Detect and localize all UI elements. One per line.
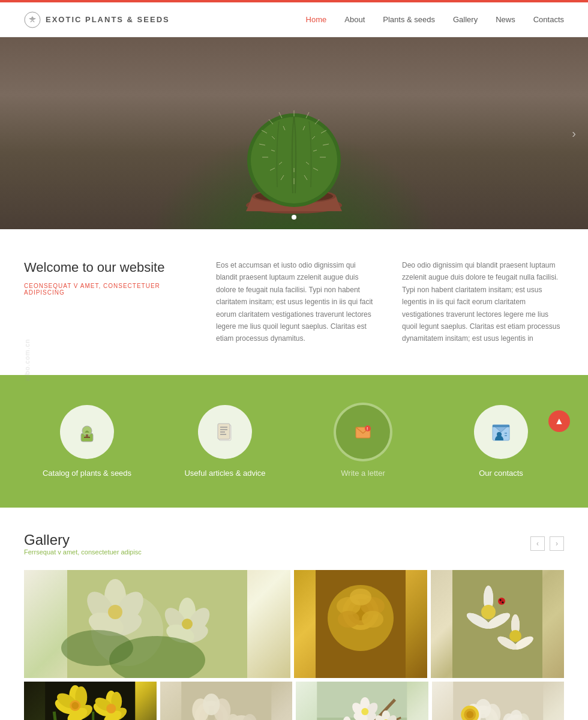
hero-next-arrow[interactable]: › xyxy=(572,127,576,140)
gallery-image-6[interactable] xyxy=(296,682,428,720)
welcome-col1: Eos et accumsan et iusto odio dignissim … xyxy=(216,259,378,345)
logo-text: EXOTIC PLANTS & SEEDS xyxy=(46,15,170,24)
gallery-heading: Gallery xyxy=(24,532,142,548)
articles-icon xyxy=(213,420,237,444)
gallery-subtitle: Ferrsequat v amet, consectetuer adipisc xyxy=(24,548,142,556)
gallery-grid-top xyxy=(24,570,564,678)
gallery-image-4[interactable] xyxy=(24,682,157,720)
feature-icon-articles xyxy=(198,405,252,459)
welcome-section: Welcome to our website CEONSEQUAT V AMET… xyxy=(0,229,588,375)
nav-home[interactable]: Home xyxy=(306,15,327,24)
gallery-arrows: ‹ › xyxy=(530,532,564,551)
welcome-text-2: Deo odio dignissim qui blandit praesent … xyxy=(402,259,564,345)
gallery-prev-arrow[interactable]: ‹ xyxy=(530,536,545,551)
svg-point-69 xyxy=(61,630,133,666)
features-grid: Catalog of plants & seeds Useful arti xyxy=(24,405,564,478)
svg-point-78 xyxy=(338,611,359,628)
svg-rect-34 xyxy=(84,437,90,438)
welcome-subtitle: CEONSEQUAT V AMET, CONSECTETUER ADIPISCI… xyxy=(24,283,192,296)
gallery-image-3[interactable] xyxy=(431,570,564,678)
svg-point-79 xyxy=(362,611,383,628)
gallery-image-5[interactable] xyxy=(160,682,293,720)
feature-label-contacts: Our contacts xyxy=(479,469,523,478)
feature-icon-contacts xyxy=(474,405,528,459)
main-nav: Home About Plants & seeds Gallery News C… xyxy=(306,15,564,24)
feature-letter[interactable]: ! Write a letter xyxy=(300,405,426,478)
svg-point-77 xyxy=(350,589,371,605)
svg-rect-40 xyxy=(218,424,230,439)
nav-gallery[interactable]: Gallery xyxy=(453,15,478,24)
svg-point-87 xyxy=(481,605,496,619)
logo[interactable]: EXOTIC PLANTS & SEEDS xyxy=(24,11,170,28)
nav-about[interactable]: About xyxy=(344,15,365,24)
gallery-next-arrow[interactable]: › xyxy=(550,536,564,551)
svg-rect-49 xyxy=(493,425,509,427)
svg-point-91 xyxy=(502,601,504,603)
welcome-text-1: Eos et accumsan et iusto odio dignissim … xyxy=(216,259,378,345)
gallery-img-svg-7 xyxy=(432,682,565,720)
gallery-image-2[interactable] xyxy=(294,570,427,678)
welcome-col2: Deo odio dignissim qui blandit praesent … xyxy=(402,259,564,345)
welcome-heading: Welcome to our website xyxy=(24,259,192,277)
svg-point-126 xyxy=(203,694,220,715)
gallery-img-svg-2 xyxy=(294,570,427,678)
feature-label-catalog: Catalog of plants & seeds xyxy=(43,469,131,478)
feature-icon-letter: ! xyxy=(336,405,390,459)
gallery-title-block: Gallery Ferrsequat v amet, consectetuer … xyxy=(24,532,142,556)
svg-text:!: ! xyxy=(367,427,368,431)
gallery-img-svg-6 xyxy=(296,682,428,720)
cactus-container xyxy=(210,67,378,223)
gallery-section: Gallery Ferrsequat v amet, consectetuer … xyxy=(0,508,588,720)
catalog-icon xyxy=(75,420,99,444)
svg-point-5 xyxy=(251,117,337,203)
logo-icon xyxy=(24,11,41,28)
hero-dots xyxy=(292,215,296,220)
gallery-img-svg-1 xyxy=(24,570,290,678)
cactus-image xyxy=(210,67,378,223)
gallery-img-svg-4 xyxy=(24,682,157,720)
feature-label-articles: Useful articles & advice xyxy=(184,469,265,478)
svg-point-118 xyxy=(106,704,116,713)
scroll-top-button[interactable]: ▲ xyxy=(548,410,570,432)
header: EXOTIC PLANTS & SEEDS Home About Plants … xyxy=(0,2,588,37)
gallery-img-svg-3 xyxy=(431,570,564,678)
hero-dot-1[interactable] xyxy=(292,215,296,220)
gallery-grid-bottom xyxy=(24,682,564,720)
feature-contacts[interactable]: Our contacts xyxy=(438,405,564,478)
gallery-image-1[interactable] xyxy=(24,570,290,678)
feature-label-letter: Write a letter xyxy=(341,469,385,478)
feature-icon-catalog xyxy=(60,405,114,459)
gallery-header: Gallery Ferrsequat v amet, consectetuer … xyxy=(24,532,564,556)
svg-point-142 xyxy=(361,708,368,715)
svg-point-98 xyxy=(509,630,521,642)
welcome-grid: Welcome to our website CEONSEQUAT V AMET… xyxy=(24,259,564,345)
letter-icon: ! xyxy=(351,420,375,444)
welcome-left: Welcome to our website CEONSEQUAT V AMET… xyxy=(24,259,192,296)
svg-point-174 xyxy=(466,711,473,718)
svg-point-90 xyxy=(500,599,502,601)
nav-news[interactable]: News xyxy=(496,15,515,24)
gallery-image-7[interactable] xyxy=(432,682,565,720)
hero-section: › xyxy=(0,37,588,229)
features-section: Catalog of plants & seeds Useful arti xyxy=(0,375,588,508)
gallery-img-svg-5 xyxy=(160,682,293,720)
nav-plants-seeds[interactable]: Plants & seeds xyxy=(383,15,435,24)
feature-catalog[interactable]: Catalog of plants & seeds xyxy=(24,405,150,478)
nav-contacts[interactable]: Contacts xyxy=(533,15,564,24)
svg-point-111 xyxy=(71,702,79,709)
contacts-icon xyxy=(489,420,513,444)
feature-articles[interactable]: Useful articles & advice xyxy=(162,405,288,478)
